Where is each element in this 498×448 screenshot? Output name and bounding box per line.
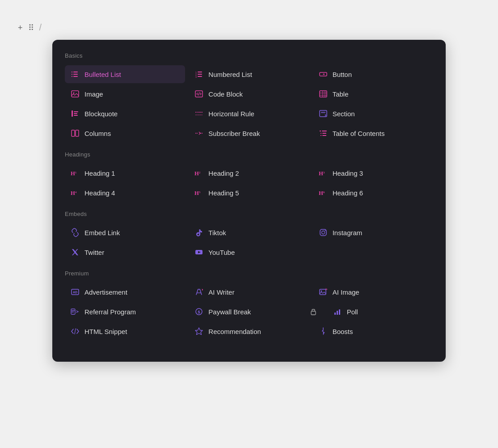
item-table-of-contents[interactable]: Table of Contents — [313, 124, 433, 142]
item-blockquote[interactable]: Blockquote — [65, 105, 185, 123]
premium-grid: AD Advertisement AI Writer — [65, 283, 433, 340]
item-table[interactable]: Table — [313, 85, 433, 103]
svg-text:1: 1 — [75, 171, 76, 174]
item-heading-4[interactable]: H 4 Heading 4 — [65, 184, 185, 202]
svg-rect-0 — [72, 72, 72, 72]
svg-text:AD: AD — [73, 291, 77, 294]
item-label-tiktok: Tiktok — [208, 229, 226, 237]
item-columns[interactable]: Columns — [65, 124, 185, 142]
item-ai-image[interactable]: AI Image — [313, 283, 433, 301]
embed-link-icon — [70, 228, 80, 237]
item-heading-6[interactable]: H 6 Heading 6 — [313, 184, 433, 202]
item-label-image: Image — [84, 90, 103, 98]
code-block-icon — [194, 89, 204, 99]
item-heading-3[interactable]: H 3 Heading 3 — [313, 164, 433, 182]
svg-rect-22 — [74, 111, 78, 112]
svg-text:H: H — [71, 170, 75, 177]
item-embed-link[interactable]: Embed Link — [65, 224, 185, 241]
item-referral-program[interactable]: Referral Program — [65, 303, 185, 321]
table-icon — [318, 89, 328, 99]
item-heading-5[interactable]: H 5 Heading 5 — [189, 184, 309, 202]
svg-rect-31 — [76, 130, 79, 136]
section-label-embeds: Embeds — [65, 211, 433, 217]
item-code-block[interactable]: Code Block — [189, 85, 309, 103]
basics-grid: Bulleted List 1. 2. 3. Numbered List — [65, 65, 433, 142]
section-label-basics: Basics — [65, 52, 433, 59]
item-horizontal-rule[interactable]: Horizontal Rule — [189, 105, 309, 123]
boosts-icon — [318, 326, 328, 336]
h3-icon: H 3 — [318, 168, 328, 178]
item-youtube[interactable]: YouTube — [189, 243, 309, 261]
item-paywall-break[interactable]: $ Paywall Break — [189, 303, 309, 321]
svg-text:H: H — [194, 190, 199, 196]
item-label-recommendation: Recommendation — [208, 328, 261, 335]
svg-rect-3 — [73, 74, 78, 75]
grid-icon[interactable]: ⠿ — [28, 24, 34, 32]
item-label-heading-3: Heading 3 — [333, 169, 363, 177]
item-label-horizontal-rule: Horizontal Rule — [208, 110, 254, 118]
ai-writer-icon — [194, 287, 204, 297]
item-label-advertisement: Advertisement — [84, 288, 127, 296]
item-label-youtube: YouTube — [208, 249, 235, 256]
svg-point-54 — [325, 230, 325, 231]
svg-rect-34 — [320, 131, 321, 131]
svg-text:H: H — [319, 190, 323, 196]
item-html-snippet[interactable]: HTML Snippet — [65, 322, 185, 340]
svg-marker-72 — [195, 328, 203, 335]
svg-rect-7 — [198, 72, 202, 72]
item-twitter[interactable]: Twitter — [65, 243, 185, 261]
poll-icon — [333, 307, 342, 317]
svg-rect-64 — [72, 310, 75, 311]
item-image[interactable]: Image — [65, 85, 185, 103]
item-label-blockquote: Blockquote — [84, 110, 118, 118]
item-recommendation[interactable]: Recommendation — [189, 322, 309, 340]
item-label-columns: Columns — [84, 130, 111, 137]
item-label-heading-2: Heading 2 — [208, 169, 239, 177]
svg-text:H: H — [319, 170, 323, 177]
item-ai-writer[interactable]: AI Writer — [189, 283, 309, 301]
item-label-ai-writer: AI Writer — [208, 288, 234, 296]
item-subscriber-break[interactable]: Subscriber Break — [189, 124, 309, 142]
item-section[interactable]: Section — [313, 105, 433, 123]
item-label-heading-6: Heading 6 — [333, 189, 363, 197]
item-heading-1[interactable]: H 1 Heading 1 — [65, 164, 185, 182]
item-advertisement[interactable]: AD Advertisement — [65, 283, 185, 301]
item-label-instagram: Instagram — [333, 229, 363, 237]
item-label-referral-program: Referral Program — [84, 308, 136, 316]
item-label-table-of-contents: Table of Contents — [333, 130, 385, 137]
plus-icon[interactable]: + — [18, 24, 23, 32]
item-label-heading-4: Heading 4 — [84, 189, 115, 197]
svg-rect-23 — [74, 113, 77, 114]
h1-icon: H 1 — [70, 168, 80, 178]
svg-text:3: 3 — [323, 171, 325, 174]
item-tiktok[interactable]: Tiktok — [189, 224, 309, 241]
item-heading-2[interactable]: H 2 Heading 2 — [189, 164, 309, 182]
item-poll[interactable]: Poll — [313, 303, 433, 321]
svg-rect-65 — [72, 312, 74, 313]
item-label-table: Table — [333, 90, 349, 98]
svg-text:3.: 3. — [195, 76, 197, 78]
item-bulleted-list[interactable]: Bulleted List — [65, 65, 185, 83]
svg-rect-13 — [72, 91, 79, 97]
svg-rect-1 — [73, 72, 78, 72]
item-label-subscriber-break: Subscriber Break — [208, 130, 260, 137]
slash-indicator: / — [39, 22, 42, 33]
item-numbered-list[interactable]: 1. 2. 3. Numbered List — [189, 65, 309, 83]
section-icon — [318, 109, 328, 118]
svg-rect-38 — [321, 135, 321, 136]
svg-rect-68 — [311, 311, 316, 315]
item-label-section: Section — [333, 110, 355, 118]
h5-icon: H 5 — [194, 188, 204, 198]
svg-text:6: 6 — [323, 190, 325, 194]
item-button[interactable]: Button — [313, 65, 433, 83]
svg-text:H: H — [194, 170, 199, 177]
subscriber-break-icon — [194, 128, 204, 138]
item-instagram[interactable]: Instagram — [313, 224, 433, 241]
item-label-ai-image: AI Image — [333, 288, 359, 296]
svg-rect-5 — [73, 76, 78, 77]
item-label-boosts: Boosts — [333, 328, 353, 335]
item-boosts[interactable]: Boosts — [313, 322, 433, 340]
ai-image-icon — [318, 287, 328, 297]
page-wrapper: + ⠿ / Basics Bulleted List — [9, 18, 489, 362]
item-label-bulleted-list: Bulleted List — [84, 71, 121, 78]
